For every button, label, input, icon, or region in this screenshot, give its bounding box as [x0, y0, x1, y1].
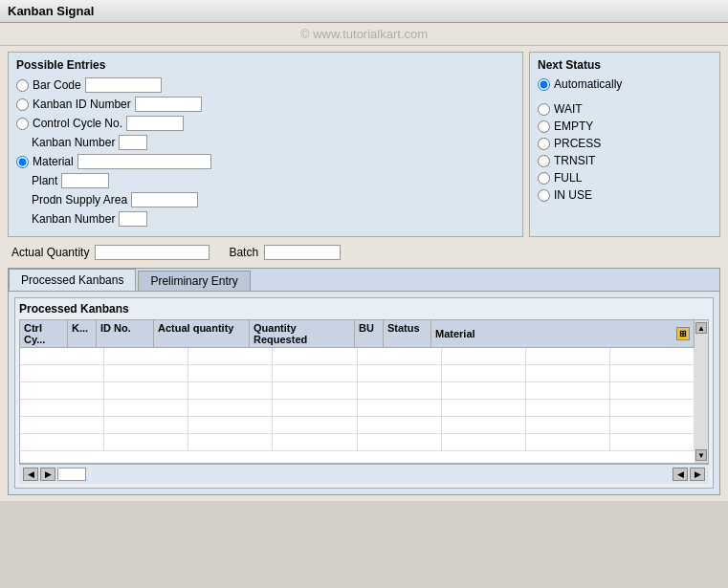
wait-row: WAIT: [538, 102, 712, 116]
nav-bar: ◀ ▶ ◀ ▶: [19, 464, 709, 484]
horiz-scroll-right[interactable]: ▶: [690, 468, 705, 481]
bar-code-radio[interactable]: [16, 79, 29, 92]
table-row: [20, 365, 695, 382]
trnsit-row: TRNSIT: [538, 154, 712, 167]
plant-input[interactable]: [61, 173, 109, 188]
kanban-num2-row: Kanban Number: [16, 211, 515, 227]
col-header-id: ID No.: [97, 320, 154, 347]
watermark: © www.tutorialkart.com: [0, 23, 728, 46]
table-row: [20, 382, 695, 400]
table-row: [20, 417, 695, 434]
kanban-num2-label: Kanban Number: [32, 212, 115, 226]
prodn-supply-input[interactable]: [131, 192, 198, 207]
col-header-material: Material ⊞: [431, 320, 695, 347]
bar-code-row: Bar Code: [16, 77, 515, 93]
possible-entries-panel: Possible Entries Bar Code Kanban ID Numb…: [8, 52, 523, 237]
prodn-supply-label: Prodn Supply Area: [32, 193, 127, 207]
bar-code-input[interactable]: [85, 77, 162, 93]
prcess-row: PRCESS: [538, 137, 712, 150]
plant-row: Plant: [16, 173, 515, 188]
tab-preliminary-entry[interactable]: Preliminary Entry: [138, 271, 250, 291]
kanban-num1-row: Kanban Number: [16, 135, 515, 150]
col-header-bu: BU: [355, 320, 384, 347]
inner-panel-title: Processed Kanbans: [19, 302, 709, 316]
material-label: Material: [33, 155, 74, 168]
possible-entries-title: Possible Entries: [16, 58, 515, 72]
table-row: [20, 348, 695, 365]
full-label: FULL: [554, 171, 582, 185]
table-header: Ctrl Cy... K... ID No. Actual quantity: [20, 320, 695, 348]
control-cycle-label: Control Cycle No.: [33, 117, 122, 130]
wait-radio[interactable]: [538, 103, 550, 116]
actual-qty-group: Actual Quantity: [11, 245, 210, 260]
col-header-ctrl: Ctrl Cy...: [20, 320, 68, 347]
prcess-label: PRCESS: [554, 137, 601, 150]
auto-row: Automatically: [538, 77, 712, 91]
col-header-status: Status: [384, 320, 431, 347]
trnsit-label: TRNSIT: [554, 154, 595, 167]
control-cycle-radio[interactable]: [16, 118, 29, 130]
prodn-supply-row: Prodn Supply Area: [16, 192, 515, 207]
nav-next-button[interactable]: ▶: [40, 468, 55, 481]
kanban-num1-label: Kanban Number: [32, 136, 115, 149]
inner-panel: Processed Kanbans Ctrl Cy... K...: [14, 297, 714, 489]
full-radio[interactable]: [538, 172, 550, 185]
app-title: Kanban Signal: [8, 4, 94, 18]
full-row: FULL: [538, 171, 712, 185]
col-header-actual: Actual quantity: [154, 320, 250, 347]
material-row: Material: [16, 154, 515, 169]
kanban-id-row: Kanban ID Number: [16, 97, 515, 112]
wait-label: WAIT: [554, 102, 583, 116]
main-content: Possible Entries Bar Code Kanban ID Numb…: [0, 46, 728, 501]
material-radio[interactable]: [16, 156, 29, 168]
table-body: [20, 348, 695, 463]
table-row: [20, 434, 695, 451]
column-settings-icon[interactable]: ⊞: [676, 327, 690, 340]
auto-label: Automatically: [554, 77, 622, 91]
tab-content: Processed Kanbans Ctrl Cy... K...: [9, 292, 719, 494]
control-cycle-row: Control Cycle No.: [16, 116, 515, 131]
in-use-label: IN USE: [554, 188, 592, 202]
actual-qty-label: Actual Quantity: [11, 246, 89, 259]
batch-input[interactable]: [264, 245, 341, 260]
in-use-radio[interactable]: [538, 189, 550, 202]
table-row: [20, 400, 695, 417]
kanban-num1-input[interactable]: [119, 135, 147, 150]
trnsit-radio[interactable]: [538, 155, 550, 167]
actual-qty-input[interactable]: [95, 245, 210, 260]
empty-row: EMPTY: [538, 120, 712, 133]
nav-page-box[interactable]: [57, 468, 86, 481]
title-bar: Kanban Signal: [0, 0, 728, 23]
table-wrapper: Ctrl Cy... K... ID No. Actual quantity: [19, 319, 709, 464]
bottom-fields: Actual Quantity Batch: [8, 245, 720, 260]
batch-group: Batch: [229, 245, 341, 260]
horiz-scroll-left[interactable]: ◀: [673, 468, 688, 481]
scroll-down-button[interactable]: ▼: [695, 449, 707, 461]
next-status-title: Next Status: [538, 58, 712, 72]
prcess-radio[interactable]: [538, 138, 550, 150]
kanban-id-input[interactable]: [135, 97, 202, 112]
plant-label: Plant: [32, 174, 57, 187]
auto-radio[interactable]: [538, 78, 550, 91]
material-input[interactable]: [77, 154, 211, 169]
nav-prev-button[interactable]: ◀: [23, 468, 38, 481]
vertical-scrollbar[interactable]: ▲ ▼: [695, 320, 708, 463]
bar-code-label: Bar Code: [33, 78, 81, 92]
scroll-up-button[interactable]: ▲: [695, 322, 707, 334]
col-header-k: K...: [68, 320, 97, 347]
batch-label: Batch: [229, 246, 258, 259]
two-panel: Possible Entries Bar Code Kanban ID Numb…: [8, 52, 720, 237]
tabs-bar: Processed Kanbans Preliminary Entry: [9, 269, 719, 292]
kanban-num2-input[interactable]: [119, 211, 147, 227]
kanban-id-radio[interactable]: [16, 98, 29, 111]
tab-processed-kanbans[interactable]: Processed Kanbans: [9, 269, 136, 291]
kanban-id-label: Kanban ID Number: [33, 98, 131, 111]
col-header-qty: Quantity Requested: [250, 320, 355, 347]
next-status-panel: Next Status Automatically WAIT EMPTY PRC…: [529, 52, 720, 237]
control-cycle-input[interactable]: [126, 116, 184, 131]
empty-radio[interactable]: [538, 120, 550, 133]
tabs-container: Processed Kanbans Preliminary Entry Proc…: [8, 268, 720, 495]
empty-label: EMPTY: [554, 120, 593, 133]
table-main: Ctrl Cy... K... ID No. Actual quantity: [20, 320, 695, 463]
in-use-row: IN USE: [538, 188, 712, 202]
